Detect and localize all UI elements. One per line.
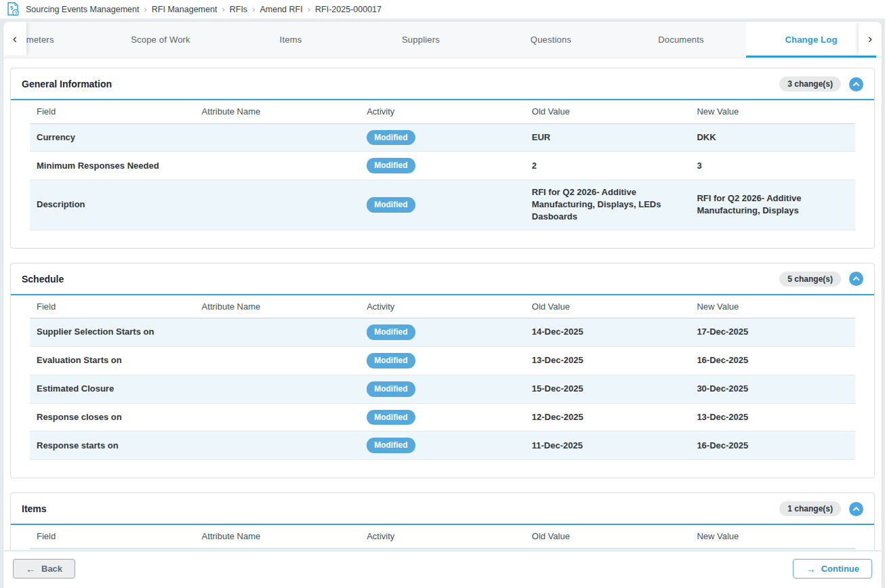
breadcrumb-bar: $ ? Sourcing Events Management›RFI Manag… <box>0 0 885 19</box>
continue-button-label: Continue <box>821 564 859 574</box>
sourcing-document-icon: $ ? <box>7 2 20 17</box>
section-header: General Information3 change(s) <box>11 68 874 100</box>
change-log-table: FieldAttribute NameActivityOld ValueNew … <box>30 295 855 460</box>
activity-cell: Modified <box>360 318 525 347</box>
activity-cell: Modified <box>360 346 525 375</box>
column-header: Old Value <box>525 525 691 548</box>
change-count-badge: 1 change(s) <box>779 501 841 516</box>
main-panel: ParametersScope of WorkItemsSuppliersQue… <box>3 22 882 588</box>
continue-button[interactable]: → Continue <box>793 559 872 579</box>
new-value-cell: 3 <box>690 152 855 180</box>
attribute-cell <box>195 346 361 375</box>
tabs-scroll-right-button[interactable]: › <box>859 22 882 56</box>
old-value-cell: RFI for Q2 2026- Additive Manufacturing,… <box>525 180 691 230</box>
column-header: Attribute Name <box>195 100 361 123</box>
tabs-scroll-left-button[interactable]: ‹ <box>3 22 26 56</box>
column-header: Activity <box>360 100 525 123</box>
table-row: Response starts onModified11-Dec-202516-… <box>30 432 855 460</box>
chevron-up-icon <box>853 276 860 283</box>
tab-change-log[interactable]: Change Log <box>746 22 876 58</box>
old-value-cell: 12-Dec-2025 <box>525 403 691 432</box>
field-cell: Supplier Selection Starts on <box>30 318 195 347</box>
tab-bar: ParametersScope of WorkItemsSuppliersQue… <box>3 22 882 58</box>
activity-badge: Modified <box>367 353 415 369</box>
old-value-cell: 15-Dec-2025 <box>525 375 691 403</box>
table-row: Evaluation Starts onModified13-Dec-20251… <box>30 346 855 375</box>
old-value-cell: EUR <box>525 123 691 152</box>
attribute-cell <box>195 403 361 432</box>
chevron-up-icon <box>853 81 860 88</box>
section-card-schedule: Schedule5 change(s)FieldAttribute NameAc… <box>10 263 875 478</box>
collapse-section-button[interactable] <box>849 502 863 516</box>
activity-badge: Modified <box>367 324 415 340</box>
activity-badge: Modified <box>367 130 415 146</box>
breadcrumb-item: RFI-2025-000017 <box>315 5 382 14</box>
field-cell: Estimated Closure <box>30 375 195 403</box>
back-button[interactable]: ← Back <box>13 559 75 579</box>
activity-badge: Modified <box>367 410 415 425</box>
activity-cell: Modified <box>360 403 525 432</box>
section-header: Items1 change(s) <box>11 493 874 525</box>
section-card-general-information: General Information3 change(s)FieldAttri… <box>10 68 875 249</box>
field-cell: Response closes on <box>30 403 195 432</box>
column-header: Activity <box>360 525 525 548</box>
section-title: Items <box>22 503 47 514</box>
collapse-section-button[interactable] <box>849 272 863 286</box>
continue-arrow-icon: → <box>806 563 816 574</box>
footer-bar: ← Back → Continue <box>3 550 882 588</box>
column-header: New Value <box>690 295 855 318</box>
activity-cell: Modified <box>360 123 525 152</box>
column-header: New Value <box>690 100 855 123</box>
activity-badge: Modified <box>367 381 415 397</box>
activity-badge: Modified <box>367 197 415 213</box>
table-row: Response closes onModified12-Dec-202513-… <box>30 403 855 432</box>
collapse-section-button[interactable] <box>849 77 863 91</box>
change-count-badge: 3 change(s) <box>779 77 841 91</box>
attribute-cell <box>195 123 361 152</box>
new-value-cell: 16-Dec-2025 <box>690 346 855 375</box>
breadcrumb-separator-icon: › <box>144 5 146 14</box>
column-header: New Value <box>690 525 855 548</box>
change-log-content: General Information3 change(s)FieldAttri… <box>3 58 882 550</box>
attribute-cell <box>195 318 361 347</box>
breadcrumb-item[interactable]: Sourcing Events Management <box>26 5 139 14</box>
section-title: Schedule <box>22 274 64 285</box>
table-row: CurrencyModifiedEURDKK <box>30 123 855 152</box>
svg-text:$: $ <box>10 5 14 11</box>
table-row: Minimum Responses NeededModified23 <box>30 152 855 180</box>
field-cell: Response starts on <box>30 432 195 460</box>
chevron-up-icon <box>853 507 860 513</box>
change-log-table: FieldAttribute NameActivityOld ValueNew … <box>30 525 855 550</box>
new-value-cell: 30-Dec-2025 <box>690 375 855 403</box>
column-header: Attribute Name <box>195 295 361 318</box>
attribute-cell <box>195 375 361 403</box>
column-header: Field <box>30 100 195 123</box>
tab-items[interactable]: Items <box>226 22 356 58</box>
breadcrumb-separator-icon: › <box>252 5 255 14</box>
section-title: General Information <box>22 79 112 89</box>
attribute-cell <box>195 432 361 460</box>
breadcrumb-item[interactable]: Amend RFI <box>260 5 302 14</box>
tab-suppliers[interactable]: Suppliers <box>356 22 486 58</box>
field-cell: Minimum Responses Needed <box>30 152 195 180</box>
new-value-cell: RFI for Q2 2026- Additive Manufacturing,… <box>690 180 855 230</box>
table-row: DescriptionModifiedRFI for Q2 2026- Addi… <box>30 180 855 230</box>
breadcrumb-separator-icon: › <box>308 5 310 14</box>
breadcrumb-item[interactable]: RFIs <box>230 5 247 14</box>
tab-scope-of-work[interactable]: Scope of Work <box>96 22 226 58</box>
column-header: Old Value <box>525 295 691 318</box>
breadcrumb-item[interactable]: RFI Management <box>152 5 218 14</box>
new-value-cell: 16-Dec-2025 <box>690 432 855 460</box>
change-log-table: FieldAttribute NameActivityOld ValueNew … <box>30 100 855 230</box>
activity-cell: Modified <box>360 180 525 230</box>
breadcrumb: Sourcing Events Management›RFI Managemen… <box>26 5 382 14</box>
column-header: Old Value <box>525 100 691 123</box>
tab-documents[interactable]: Documents <box>616 22 746 58</box>
attribute-cell <box>195 180 361 230</box>
change-count-badge: 5 change(s) <box>779 272 841 287</box>
svg-text:?: ? <box>14 10 17 15</box>
tab-questions[interactable]: Questions <box>486 22 616 58</box>
activity-badge: Modified <box>367 438 415 453</box>
back-arrow-icon: ← <box>26 563 36 574</box>
old-value-cell: 11-Dec-2025 <box>525 432 691 460</box>
